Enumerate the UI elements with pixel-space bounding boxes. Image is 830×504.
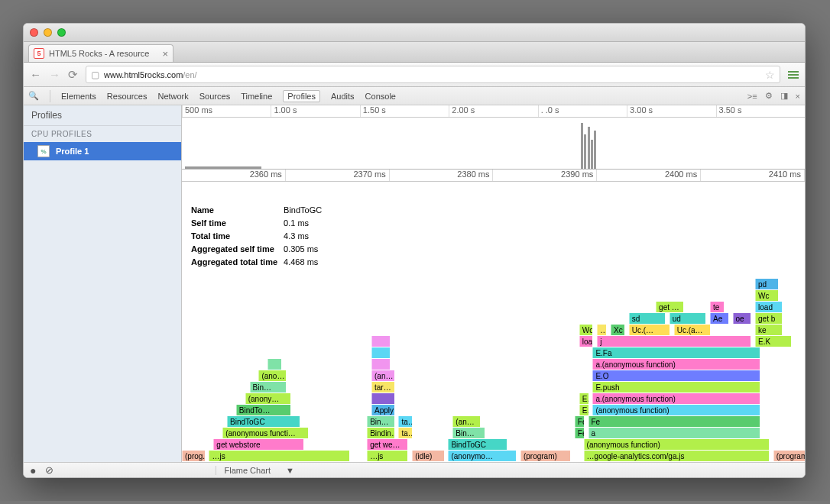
record-icon[interactable]: ● [30,464,36,477]
flame-frame[interactable]: (prog... [182,451,205,461]
close-tab-icon[interactable]: × [162,48,168,60]
flame-frame[interactable]: …js [209,451,349,461]
flame-frame[interactable]: E… [579,405,588,415]
devtools-tab-audits[interactable]: Audits [331,92,355,101]
flame-frame[interactable]: (anonymous function) [584,439,769,450]
view-selector[interactable]: Flame Chart ▼ [216,466,293,475]
flame-frame[interactable]: ud [670,313,705,324]
flame-frame[interactable]: get webstore [213,439,303,450]
flame-frame[interactable] [371,336,390,347]
flame-frame[interactable]: (ano… [258,370,285,381]
flame-frame[interactable]: Ae [710,313,728,324]
flame-frame[interactable] [371,393,394,404]
flame-frame[interactable]: te [710,302,724,312]
flame-frame[interactable]: …google-analytics.com/ga.js [584,451,769,461]
flame-frame[interactable]: get … [656,302,682,312]
flame-frame[interactable]: ta… [398,416,412,427]
zoom-window-button[interactable] [57,28,66,37]
devtools-tab-timeline[interactable]: Timeline [241,92,272,101]
flame-frame[interactable]: ke [755,325,782,335]
flame-frame[interactable]: oe [733,313,751,324]
flame-frame[interactable]: E.O [592,370,760,381]
flame-frame[interactable]: j [597,336,751,347]
flame-frame[interactable]: BindTo… [236,405,290,415]
flame-frame[interactable]: (anonymous functi… [222,428,308,438]
flame-frame[interactable]: …js [367,451,407,461]
clear-icon[interactable]: ⊘ [45,464,53,476]
flame-frame[interactable]: a.(anonymous function) [592,393,760,404]
menu-icon[interactable] [788,71,799,79]
bookmark-star-icon[interactable]: ☆ [765,69,775,81]
flame-frame[interactable]: a.(anonymous function) [592,359,760,370]
flame-chart-canvas[interactable]: NameBindToGCSelf time0.1 msTotal time4.3… [182,182,805,462]
page-icon: ▢ [91,69,99,80]
flame-frame[interactable]: E.push [592,382,760,393]
flame-frame[interactable]: Apply [371,405,394,415]
devtools-tab-sources[interactable]: Sources [199,92,230,101]
flame-frame[interactable]: E.Fa [592,347,760,358]
toggle-drawer-icon[interactable]: >≡ [747,92,757,101]
flame-frame[interactable]: load [579,336,593,347]
flame-frame[interactable]: Bin… [367,416,394,427]
devtools-tab-elements[interactable]: Elements [61,92,96,101]
flame-frame[interactable]: Fe [588,416,760,427]
flame-frame[interactable]: E… [579,393,588,404]
flame-frame[interactable]: Bin… [452,428,484,438]
status-bar: ● ⊘ Flame Chart ▼ [24,462,805,477]
devtools-tab-resources[interactable]: Resources [107,92,148,101]
dock-icon[interactable]: ◨ [780,91,788,101]
flame-frame[interactable] [371,359,390,370]
minimize-window-button[interactable] [44,28,52,37]
flame-frame[interactable]: get we… [367,439,407,450]
flame-frame[interactable]: Uc.(a… [674,325,710,335]
overview-ruler[interactable]: 500 ms1.00 s1.50 s2.00 s. .0 s3.00 s3.50… [182,105,805,118]
flame-frame[interactable]: BindToGC [227,416,299,427]
browser-tab[interactable]: 5 HTML5 Rocks - A resource × [28,44,173,62]
flame-frame[interactable] [267,359,281,370]
flame-frame[interactable]: (idle) [412,451,443,461]
forward-icon[interactable]: → [49,68,60,81]
flame-frame[interactable]: (program) [520,451,570,461]
flame-frame[interactable]: (an… [371,370,394,381]
flame-frame[interactable]: … [597,325,606,335]
settings-gear-icon[interactable]: ⚙ [765,91,773,101]
devtools-tab-profiles[interactable]: Profiles [283,90,320,102]
flame-frame[interactable]: Wc [579,325,593,335]
flame-frame[interactable]: Bindin… [367,428,394,438]
flame-frame[interactable]: BindToGC [448,439,507,450]
close-window-button[interactable] [30,28,38,37]
flame-row: BindToGCBin…ta…(an…FeFe [182,416,805,428]
flame-frame[interactable]: sd [629,313,665,324]
flame-frame[interactable]: a [588,428,760,438]
flame-frame[interactable]: Bin… [250,382,286,393]
profile-item[interactable]: % Profile 1 [24,142,181,160]
flame-frame[interactable] [371,347,390,358]
flame-frame[interactable]: (program) [773,451,805,461]
flame-frame[interactable]: Fe [575,416,584,427]
frame-tooltip: NameBindToGCSelf time0.1 msTotal time4.3… [190,200,323,273]
flame-frame[interactable]: tar… [371,382,394,393]
reload-icon[interactable]: ⟳ [68,68,78,82]
devtools-tab-network[interactable]: Network [157,92,188,101]
flame-frame[interactable]: Fe [575,428,584,438]
flame-frame[interactable]: ta… [398,428,412,438]
flame-frame[interactable]: Wc [755,290,778,301]
flame-frame[interactable]: get b [755,313,782,324]
flame-frame[interactable]: (anonymo… [448,451,516,461]
sidebar-header: Profiles [24,105,181,126]
search-icon[interactable]: 🔍 [28,91,39,101]
devtools-tab-console[interactable]: Console [365,92,396,101]
close-devtools-icon[interactable]: × [796,92,800,101]
flame-frame[interactable]: (an… [452,416,479,427]
flame-frame[interactable]: Uc.(… [629,325,670,335]
overview-pane[interactable] [182,118,805,170]
flame-frame[interactable]: Xc [611,325,624,335]
flame-frame[interactable]: (anonymous function) [592,405,760,415]
detail-ruler[interactable]: 2360 ms2370 ms2380 ms2390 ms2400 ms2410 … [182,170,805,182]
address-bar[interactable]: ▢ www.html5rocks.com/en/ ☆ [86,66,780,83]
flame-frame[interactable]: E.K [755,336,791,347]
flame-frame[interactable]: pd [755,279,778,289]
flame-frame[interactable]: (anony… [245,393,290,404]
flame-frame[interactable]: load [755,302,782,312]
back-icon[interactable]: ← [30,68,41,81]
